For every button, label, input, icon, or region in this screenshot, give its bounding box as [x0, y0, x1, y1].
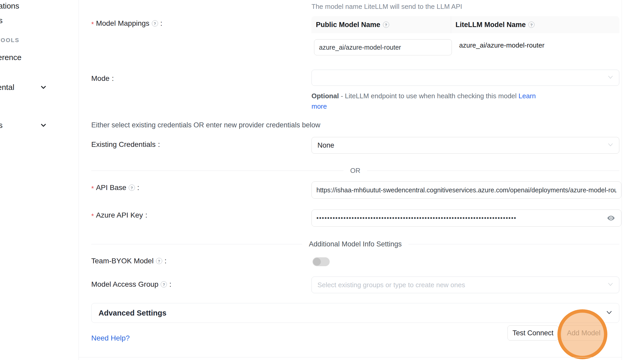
divider-line: [91, 244, 302, 244]
chevron-down-icon[interactable]: [40, 83, 47, 92]
content-bottom-edge: [79, 357, 622, 357]
add-model-button[interactable]: Add Model: [562, 325, 606, 341]
or-divider-text: OR: [350, 167, 360, 175]
api-base-label: * API Base ? :: [91, 184, 139, 192]
existing-credentials-label: Existing Credentials :: [91, 140, 160, 149]
model-access-group-placeholder: Select existing groups or type to create…: [312, 281, 465, 289]
sidebar-item-label: ations: [0, 2, 19, 10]
mode-hint-bold: Optional: [311, 92, 339, 100]
litellm-model-name-header: LiteLLM Model Name ?: [451, 16, 619, 33]
content-right-edge: [622, 0, 622, 360]
mode-select[interactable]: [311, 70, 619, 86]
mapping-table-row: azure_ai/azure-model-router: [311, 33, 619, 57]
mode-hint-rest: - LiteLLM endpoint to use when health ch…: [339, 92, 518, 100]
field-label-text: Model Access Group: [91, 280, 158, 289]
model-mapping-table: Public Model Name ? LiteLLM Model Name ?…: [311, 16, 619, 57]
need-help-link[interactable]: Need Help?: [91, 334, 130, 342]
sidebar-section-tools: TOOLS: [0, 37, 19, 44]
chevron-down-icon: [607, 74, 614, 82]
existing-credentials-value: None: [312, 141, 334, 149]
model-access-group-select[interactable]: Select existing groups or type to create…: [311, 277, 619, 293]
header-text: Public Model Name: [316, 21, 380, 29]
help-icon[interactable]: ?: [383, 22, 389, 28]
azure-api-key-label: * Azure API Key :: [91, 211, 147, 219]
sidebar-item-ations[interactable]: ations: [0, 2, 19, 10]
credentials-note: Either select existing credentials OR en…: [91, 121, 320, 129]
button-label: Test Connect: [512, 329, 554, 337]
masked-api-key: ••••••••••••••••••••••••••••••••••••••••…: [316, 214, 597, 222]
required-asterisk: *: [91, 212, 94, 220]
sidebar-divider: [79, 0, 79, 360]
field-label-text: Mode: [91, 74, 109, 83]
or-divider: OR: [91, 167, 619, 175]
sidebar-section-label: TOOLS: [0, 37, 19, 43]
label-colon: :: [160, 19, 162, 28]
help-glyph: ?: [530, 23, 532, 27]
help-glyph: ?: [131, 186, 133, 190]
public-model-name-header: Public Model Name ?: [311, 21, 451, 29]
help-icon[interactable]: ?: [152, 20, 158, 27]
sidebar-item-label: s: [0, 16, 3, 25]
mode-label: Mode :: [91, 74, 114, 83]
team-byok-toggle[interactable]: [313, 257, 330, 266]
label-colon: :: [112, 74, 114, 83]
team-byok-label: Team-BYOK Model ? :: [91, 257, 166, 265]
sidebar-item-label: ental: [0, 83, 14, 91]
field-label-text: Azure API Key: [96, 211, 143, 219]
label-colon: :: [145, 211, 147, 219]
help-icon[interactable]: ?: [528, 22, 535, 28]
sidebar-item-ental[interactable]: ental: [0, 83, 14, 92]
required-asterisk: *: [91, 185, 94, 193]
eye-icon[interactable]: [607, 214, 615, 222]
sidebar-item-label: erence: [0, 53, 22, 62]
sidebar-item-s1[interactable]: s: [0, 16, 3, 25]
sidebar-item-erence[interactable]: erence: [0, 53, 22, 62]
help-glyph: ?: [154, 21, 156, 26]
sidebar-item-s2[interactable]: s: [0, 121, 3, 130]
litellm-model-name-value: azure_ai/azure-model-router: [459, 41, 544, 49]
toggle-knob: [313, 258, 321, 266]
mapping-table-header: Public Model Name ? LiteLLM Model Name ?: [311, 16, 619, 33]
help-icon[interactable]: ?: [129, 185, 135, 191]
test-connect-button[interactable]: Test Connect: [508, 325, 558, 341]
model-mappings-label: * Model Mappings ? :: [91, 19, 162, 28]
api-base-input[interactable]: [311, 181, 621, 199]
additional-settings-divider-text: Additional Model Info Settings: [309, 240, 402, 248]
chevron-down-icon: [607, 141, 614, 149]
header-text: LiteLLM Model Name: [456, 21, 526, 29]
model-access-group-label: Model Access Group ? :: [91, 280, 171, 289]
label-colon: :: [165, 257, 167, 265]
chevron-down-icon: [606, 309, 613, 317]
divider-line: [367, 171, 619, 171]
field-label-text: Model Mappings: [96, 19, 149, 28]
litellm-model-name-hint: The model name LiteLLM will send to the …: [311, 3, 462, 11]
sidebar-item-label: s: [0, 121, 3, 129]
field-label-text: Existing Credentials: [91, 140, 155, 149]
field-label-text: API Base: [96, 184, 126, 192]
divider-line: [91, 171, 343, 171]
advanced-settings-panel[interactable]: Advanced Settings: [91, 303, 619, 323]
label-colon: :: [169, 280, 171, 289]
help-icon[interactable]: ?: [156, 258, 162, 264]
additional-settings-divider: Additional Model Info Settings: [91, 240, 619, 248]
field-label-text: Team-BYOK Model: [91, 257, 154, 265]
add-model-form-screen: ations s TOOLS erence ental s The model …: [0, 0, 644, 360]
mode-hint-text: Optional - LiteLLM endpoint to use when …: [311, 91, 548, 112]
divider-line: [408, 244, 619, 244]
chevron-down-icon[interactable]: [40, 121, 47, 130]
azure-api-key-field[interactable]: ••••••••••••••••••••••••••••••••••••••••…: [311, 210, 621, 227]
public-model-name-input[interactable]: [314, 39, 452, 55]
required-asterisk: *: [91, 20, 94, 28]
advanced-settings-title: Advanced Settings: [92, 309, 166, 317]
help-glyph: ?: [385, 23, 387, 27]
help-icon[interactable]: ?: [161, 281, 167, 287]
help-glyph: ?: [163, 282, 165, 287]
existing-credentials-select[interactable]: None: [311, 137, 619, 154]
chevron-down-icon: [607, 281, 614, 289]
label-colon: :: [158, 140, 160, 149]
help-glyph: ?: [158, 259, 160, 263]
button-label: Add Model: [567, 329, 600, 337]
label-colon: :: [137, 184, 139, 192]
